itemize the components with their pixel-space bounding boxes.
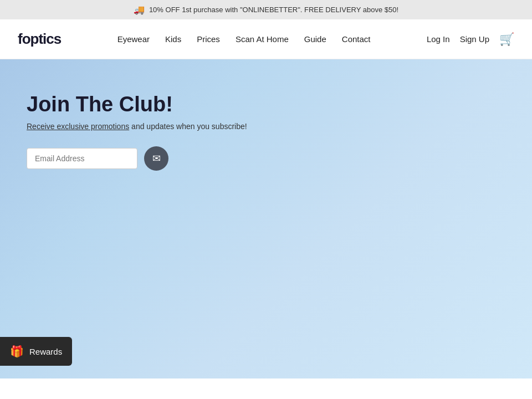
rewards-label: Rewards [29,347,62,356]
gift-icon: 🎁 [10,345,24,358]
nav-scan-at-home[interactable]: Scan At Home [236,34,289,44]
top-banner: 🚚 10% OFF 1st purchase with "ONLINEBETTE… [0,0,532,19]
login-link[interactable]: Log In [427,34,450,44]
nav-guide[interactable]: Guide [304,34,326,44]
logo: foptics [18,30,61,48]
subtitle-rest: and updates when you subscribe! [129,122,247,131]
header-auth: Log In Sign Up 🛒 [427,32,514,47]
hero-section: Join The Club! Receive exclusive promoti… [0,59,532,378]
nav-contact[interactable]: Contact [342,34,371,44]
subtitle-emphasis: Receive exclusive promotions [27,122,129,131]
nav-prices[interactable]: Prices [197,34,220,44]
nav-kids[interactable]: Kids [165,34,181,44]
truck-icon: 🚚 [134,4,145,15]
main-nav: Eyewear Kids Prices Scan At Home Guide C… [117,34,371,44]
signup-link[interactable]: Sign Up [460,34,489,44]
banner-text: 10% OFF 1st purchase with "ONLINEBETTER"… [149,6,398,14]
email-row: ✉ [27,146,505,171]
join-club-subtitle: Receive exclusive promotions and updates… [27,122,505,131]
submit-email-button[interactable]: ✉ [144,146,168,171]
email-input[interactable] [27,148,137,169]
header: foptics Eyewear Kids Prices Scan At Home… [0,19,532,59]
nav-eyewear[interactable]: Eyewear [117,34,150,44]
join-club-title: Join The Club! [27,93,505,116]
rewards-button[interactable]: 🎁 Rewards [0,337,72,366]
cart-icon[interactable]: 🛒 [499,32,514,47]
send-icon: ✉ [152,152,161,165]
